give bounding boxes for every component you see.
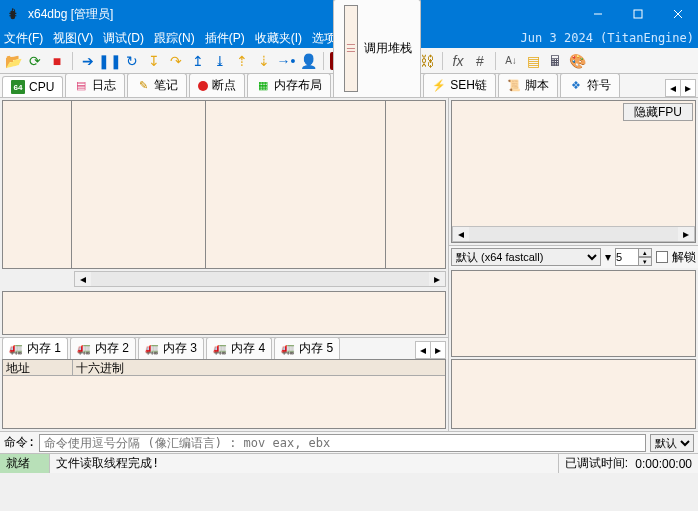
command-label: 命令: bbox=[4, 434, 35, 451]
memtab-4[interactable]: 🚛内存 4 bbox=[206, 337, 272, 359]
status-time-value: 0:00:00:00 bbox=[635, 457, 692, 471]
disasm-hscroll[interactable]: ◂ ▸ bbox=[74, 271, 446, 287]
command-bar: 命令: 默认 bbox=[0, 431, 698, 453]
tb-traceinto-icon[interactable]: ⇡ bbox=[233, 52, 251, 70]
tab-symbols-label: 符号 bbox=[587, 77, 611, 94]
maximize-button[interactable] bbox=[618, 0, 658, 28]
menu-debug[interactable]: 调试(D) bbox=[103, 30, 144, 47]
watch-panel[interactable] bbox=[451, 359, 696, 429]
menu-file[interactable]: 文件(F) bbox=[4, 30, 43, 47]
stack-panel[interactable] bbox=[451, 270, 696, 357]
tb-stop-icon[interactable]: ■ bbox=[48, 52, 66, 70]
registers-panel[interactable]: 隐藏FPU ◂ ▸ bbox=[451, 100, 696, 243]
svg-rect-0 bbox=[634, 10, 642, 18]
tab-symbols[interactable]: ❖符号 bbox=[560, 73, 620, 97]
tb-list-icon[interactable]: ▤ bbox=[524, 52, 542, 70]
mem-icon: ▦ bbox=[256, 79, 270, 93]
tab-callstack-label: 调用堆栈 bbox=[364, 40, 412, 57]
hide-fpu-label: 隐藏FPU bbox=[634, 104, 682, 121]
tb-fx-icon[interactable]: fx bbox=[449, 52, 467, 70]
dump-col-addr[interactable]: 地址 bbox=[3, 360, 73, 375]
tb-hash-icon[interactable]: # bbox=[471, 52, 489, 70]
stack-icon: ☰ bbox=[344, 5, 358, 92]
memtab-1[interactable]: 🚛内存 1 bbox=[2, 337, 68, 359]
tb-az-icon[interactable]: A↓ bbox=[502, 52, 520, 70]
hide-fpu-button[interactable]: 隐藏FPU bbox=[623, 103, 693, 121]
memtab-5[interactable]: 🚛内存 5 bbox=[274, 337, 340, 359]
dump-icon: 🚛 bbox=[77, 342, 91, 356]
tabs-scroll-right[interactable]: ▸ bbox=[680, 79, 696, 97]
tb-stepover-icon[interactable]: ↷ bbox=[167, 52, 185, 70]
tb-settings-icon[interactable]: 🎨 bbox=[568, 52, 586, 70]
disassembly-panel bbox=[0, 98, 448, 271]
tab-notes-label: 笔记 bbox=[154, 77, 178, 94]
command-mode-select[interactable]: 默认 bbox=[650, 434, 694, 452]
unlock-checkbox[interactable] bbox=[656, 251, 668, 263]
hscroll-right-icon[interactable]: ▸ bbox=[678, 227, 694, 241]
tb-open-icon[interactable]: 📂 bbox=[4, 52, 22, 70]
build-info: Jun 3 2024 (TitanEngine) bbox=[521, 31, 694, 45]
memtab-2[interactable]: 🚛内存 2 bbox=[70, 337, 136, 359]
memtab-4-label: 内存 4 bbox=[231, 340, 265, 357]
argcount-input[interactable] bbox=[615, 248, 639, 266]
callconv-select[interactable]: 默认 (x64 fastcall) bbox=[451, 248, 601, 266]
tb-goto-icon[interactable]: →• bbox=[277, 52, 295, 70]
memtab-3-label: 内存 3 bbox=[163, 340, 197, 357]
menu-trace[interactable]: 跟踪(N) bbox=[154, 30, 195, 47]
tb-runto-icon[interactable]: ⤓ bbox=[211, 52, 229, 70]
disasm-col-comment[interactable] bbox=[386, 100, 446, 269]
memtabs-scroll-right[interactable]: ▸ bbox=[430, 341, 446, 359]
hscroll-track[interactable] bbox=[91, 272, 429, 286]
cpu-icon: 64 bbox=[11, 80, 25, 94]
window-controls bbox=[578, 0, 698, 28]
tb-calc-icon[interactable]: 🖩 bbox=[546, 52, 564, 70]
tb-pause-icon[interactable]: ❚❚ bbox=[101, 52, 119, 70]
tab-memmap[interactable]: ▦内存布局 bbox=[247, 73, 331, 97]
memtab-1-label: 内存 1 bbox=[27, 340, 61, 357]
dump-panel[interactable]: 地址 十六进制 bbox=[2, 359, 446, 429]
tb-threads-icon[interactable]: 👤 bbox=[299, 52, 317, 70]
disasm-col-instr[interactable] bbox=[206, 100, 386, 269]
tb-stepout-icon[interactable]: ↥ bbox=[189, 52, 207, 70]
dump-icon: 🚛 bbox=[145, 342, 159, 356]
callconv-dropdown-icon[interactable]: ▾ bbox=[605, 250, 611, 264]
memtabs-scroll-left[interactable]: ◂ bbox=[415, 341, 431, 359]
tab-seh[interactable]: ⚡SEH链 bbox=[423, 73, 496, 97]
hscroll-track[interactable] bbox=[469, 227, 678, 241]
disasm-col-bytes[interactable] bbox=[72, 100, 206, 269]
tb-traceover-icon[interactable]: ⇣ bbox=[255, 52, 273, 70]
tab-script-label: 脚本 bbox=[525, 77, 549, 94]
tab-notes[interactable]: ✎笔记 bbox=[127, 73, 187, 97]
tab-seh-label: SEH链 bbox=[450, 77, 487, 94]
tab-log[interactable]: ▤日志 bbox=[65, 73, 125, 97]
hscroll-right-icon[interactable]: ▸ bbox=[429, 272, 445, 286]
hscroll-left-icon[interactable]: ◂ bbox=[75, 272, 91, 286]
tab-callstack[interactable]: ☰调用堆栈 bbox=[333, 0, 421, 97]
tab-script[interactable]: 📜脚本 bbox=[498, 73, 558, 97]
reg-hscroll[interactable]: ◂ ▸ bbox=[452, 226, 695, 242]
calling-convention-bar: 默认 (x64 fastcall) ▾ ▴▾ 解锁 bbox=[449, 245, 698, 268]
dump-icon: 🚛 bbox=[213, 342, 227, 356]
tabs-scroll-left[interactable]: ◂ bbox=[665, 79, 681, 97]
disasm-col-addr[interactable] bbox=[2, 100, 72, 269]
menu-view[interactable]: 视图(V) bbox=[53, 30, 93, 47]
tb-refresh-icon[interactable]: ⟳ bbox=[26, 52, 44, 70]
hscroll-left-icon[interactable]: ◂ bbox=[453, 227, 469, 241]
menu-plugins[interactable]: 插件(P) bbox=[205, 30, 245, 47]
tab-breakpoints[interactable]: 断点 bbox=[189, 73, 245, 97]
tb-stepin-icon[interactable]: ↧ bbox=[145, 52, 163, 70]
tab-cpu[interactable]: 64CPU bbox=[2, 76, 63, 97]
memtab-2-label: 内存 2 bbox=[95, 340, 129, 357]
window-title: x64dbg [管理员] bbox=[28, 6, 578, 23]
memtab-3[interactable]: 🚛内存 3 bbox=[138, 337, 204, 359]
spin-down[interactable]: ▾ bbox=[638, 257, 652, 266]
minimize-button[interactable] bbox=[578, 0, 618, 28]
tb-run-icon[interactable]: ➔ bbox=[79, 52, 97, 70]
close-button[interactable] bbox=[658, 0, 698, 28]
command-input[interactable] bbox=[39, 434, 646, 452]
menu-favorites[interactable]: 收藏夹(I) bbox=[255, 30, 302, 47]
tb-restart-icon[interactable]: ↻ bbox=[123, 52, 141, 70]
spin-up[interactable]: ▴ bbox=[638, 248, 652, 257]
dump-col-hex[interactable]: 十六进制 bbox=[73, 360, 445, 375]
right-column: 隐藏FPU ◂ ▸ 默认 (x64 fastcall) ▾ ▴▾ 解锁 bbox=[448, 98, 698, 431]
